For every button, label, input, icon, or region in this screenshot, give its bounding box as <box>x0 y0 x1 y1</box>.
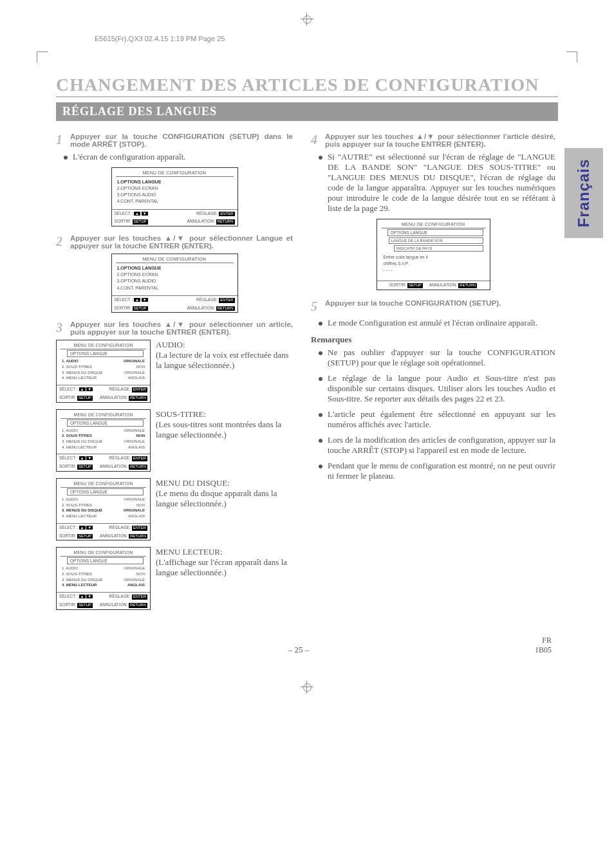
option-heading-disc: MENU DU DISQUE: <box>156 478 293 488</box>
option-desc-audio: (La lecture de la voix est effectuée dan… <box>156 350 293 371</box>
option-desc-subtitle: (Les sous-titres sont montrées dans la l… <box>156 420 293 440</box>
footer-code: 1B05 <box>535 645 552 654</box>
remark-item: Lors de la modification des articles de … <box>311 435 555 456</box>
step-number: 2 <box>56 234 70 249</box>
option-player-menu: MENU DE CONFIGURATION OPTIONS LANGUE 1. … <box>56 547 293 609</box>
step-3-text: Appuyer sur les touches ▲/▼ pour sélecti… <box>70 320 293 336</box>
remark-item: Pendant que le menu de configuration est… <box>311 461 555 481</box>
osd-lang-audio: MENU DE CONFIGURATION OPTIONS LANGUE 1. … <box>56 340 151 402</box>
option-audio: MENU DE CONFIGURATION OPTIONS LANGUE 1. … <box>56 340 293 402</box>
osd-item: 4.CONT. PARENTAL <box>117 285 232 291</box>
bullet-icon <box>319 156 322 160</box>
remarks-heading: Remarques <box>311 335 555 345</box>
osd-main-menu-1: MENU DE CONFIGURATION 1.OPTIONS LANGUE 2… <box>111 167 238 226</box>
osd-item: 3.OPTIONS AUDIO <box>117 192 232 198</box>
osd-main-menu-2: MENU DE CONFIGURATION 1.OPTIONS LANGUE 2… <box>111 254 238 313</box>
step-number: 3 <box>56 320 70 335</box>
registration-mark-bottom <box>56 681 558 696</box>
remark-item: Ne pas oublier d'appuyer sur la touche C… <box>311 347 555 368</box>
bullet-icon <box>319 439 322 443</box>
step-number: 5 <box>311 299 325 314</box>
step-4: 4 Appuyer sur les touches ▲/▼ pour sélec… <box>311 133 555 148</box>
osd-lang-subtitle: MENU DE CONFIGURATION OPTIONS LANGUE 1. … <box>56 409 151 472</box>
step-4-note: Si "AUTRE" est sélectionné sur l'écran d… <box>311 152 555 214</box>
print-header: E5615(Fr).QX3 02.4.15 1:19 PM Page 25 <box>56 35 558 42</box>
option-heading-subtitle: SOUS-TITRE: <box>156 409 293 420</box>
title-rule <box>56 97 558 97</box>
step-2-text: Appuyer sur les touches ▲/▼ pour sélecti… <box>70 234 293 250</box>
option-desc-player: (L'affichage sur l'écran apparaît dans l… <box>156 557 293 578</box>
page-title: CHANGEMENT DES ARTICLES DE CONFIGURATION <box>56 75 558 95</box>
language-tab: Français <box>564 148 603 238</box>
step-2: 2 Appuyer sur les touches ▲/▼ pour sélec… <box>56 234 293 250</box>
bullet-icon <box>319 322 322 326</box>
footer-lang: FR <box>542 636 552 645</box>
remark-item: Le réglage de la langue pour Audio et So… <box>311 373 555 404</box>
osd-item: 3.OPTIONS AUDIO <box>117 278 232 284</box>
option-heading-player: MENU LECTEUR: <box>156 547 293 557</box>
step-1-text: Appuyer sur la touche CONFIGURATION (SET… <box>70 133 293 148</box>
osd-item: 1.OPTIONS LANGUE <box>117 265 232 272</box>
step-4-text: Appuyer sur les touches ▲/▼ pour sélecti… <box>325 133 555 148</box>
bullet-icon <box>319 465 322 468</box>
step-1-note: L'écran de configuration apparaît. <box>56 152 293 162</box>
step-number: 1 <box>56 133 70 147</box>
bullet-icon <box>64 156 68 160</box>
page-number: – 25 – <box>288 645 310 655</box>
osd-language-code: MENU DE CONFIGURATION OPTIONS LANGUE LAN… <box>377 219 490 290</box>
option-desc-disc: (Le menu du disque apparaît dans la lang… <box>156 488 293 509</box>
step-3: 3 Appuyer sur les touches ▲/▼ pour sélec… <box>56 320 293 336</box>
page-footer: – 25 – FR 1B05 <box>56 636 558 655</box>
bullet-icon <box>319 351 322 355</box>
bullet-icon <box>319 377 322 381</box>
osd-item: 1.OPTIONS LANGUE <box>117 179 232 185</box>
option-heading-audio: AUDIO: <box>156 340 293 350</box>
step-5: 5 Appuyer sur la touche CONFIGURATION (S… <box>311 299 555 314</box>
step-5-note: Le mode Configuration est annulé et l'éc… <box>311 318 555 328</box>
osd-lang-player: MENU DE CONFIGURATION OPTIONS LANGUE 1. … <box>56 547 151 609</box>
registration-mark-top <box>56 13 558 28</box>
option-subtitle: MENU DE CONFIGURATION OPTIONS LANGUE 1. … <box>56 409 293 472</box>
crop-mark-tr <box>566 51 577 62</box>
option-disc-menu: MENU DE CONFIGURATION OPTIONS LANGUE 1. … <box>56 478 293 540</box>
osd-item: 2.OPTIONS ECRAN <box>117 272 232 278</box>
step-number: 4 <box>311 133 325 147</box>
osd-lang-disc: MENU DE CONFIGURATION OPTIONS LANGUE 1. … <box>56 478 151 540</box>
step-1: 1 Appuyer sur la touche CONFIGURATION (S… <box>56 133 293 148</box>
remark-item: L'article peut également être sélectionn… <box>311 409 555 430</box>
section-heading: RÉGLAGE DES LANGUES <box>56 102 558 121</box>
crop-mark-tl <box>37 51 48 62</box>
osd-item: 4.CONT. PARENTAL <box>117 198 232 205</box>
bullet-icon <box>319 413 322 417</box>
osd-item: 2.OPTIONS ECRAN <box>117 185 232 192</box>
step-5-text: Appuyer sur la touche CONFIGURATION (SET… <box>325 299 555 307</box>
